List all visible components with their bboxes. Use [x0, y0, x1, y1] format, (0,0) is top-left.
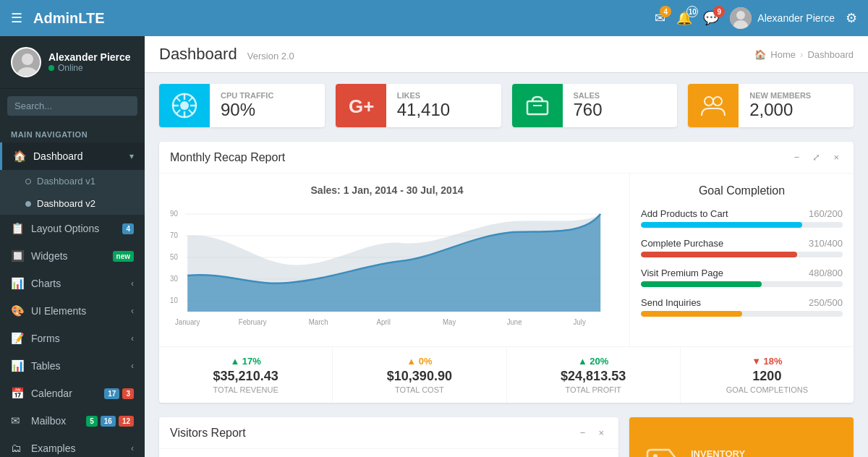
calendar-badges: 17 3 [104, 388, 134, 399]
cpu-content: CPU TRAFFIC 90% [210, 84, 325, 127]
members-value: 2,000 [749, 100, 843, 120]
cpu-icon [159, 84, 210, 127]
page-title-wrap: Dashboard Version 2.0 [159, 45, 294, 64]
cal-badge-2: 3 [122, 388, 134, 399]
sidebar-item-label-widgets: Widgets [31, 250, 113, 262]
breadcrumb-current: Dashboard [807, 49, 854, 60]
brand: AdminLTE [33, 10, 105, 27]
sidebar-item-label-layout: Layout Options [31, 223, 122, 234]
sidebar-item-forms[interactable]: 📝 Forms ‹ [0, 325, 145, 352]
svg-text:G+: G+ [349, 95, 374, 117]
stat-label-0: TOTAL REVENUE [170, 385, 321, 394]
stat-val-3: 1200 [692, 369, 843, 384]
svg-text:90: 90 [170, 210, 178, 218]
svg-text:70: 70 [170, 231, 178, 239]
widgets-icon: 🔲 [11, 249, 25, 262]
sidebar-user: Alexander Pierce Online [0, 36, 145, 89]
dashboard-icon: 🏠 [13, 150, 27, 163]
monthly-report-title: Monthly Recap Report [170, 151, 285, 164]
likes-label: LIKES [397, 91, 490, 100]
goal-item-header-0: Add Products to Cart 160/200 [641, 208, 843, 219]
user-menu[interactable]: Alexander Pierce [730, 7, 835, 29]
content-body: CPU TRAFFIC 90% G+ LIKES 41,410 [145, 73, 868, 457]
sidebar-item-calendar[interactable]: 📅 Calendar 17 3 [0, 380, 145, 407]
stat-cell-2: ▲ 20% $24,813.53 TOTAL PROFIT [507, 347, 681, 403]
visitors-close[interactable]: × [595, 426, 608, 440]
sidebar-item-widgets[interactable]: 🔲 Widgets new [0, 242, 145, 270]
visitors-minimize[interactable]: − [576, 426, 590, 440]
svg-text:April: April [376, 318, 390, 326]
likes-icon: G+ [336, 84, 386, 127]
sidebar-item-label-tables: Tables [31, 360, 131, 372]
sidebar-item-charts[interactable]: 📊 Charts ‹ [0, 270, 145, 297]
navbar-username: Alexander Pierce [757, 12, 835, 24]
ui-icon: 🎨 [11, 304, 25, 317]
sidebar-item-dashboard-v2[interactable]: Dashboard v2 [0, 192, 145, 215]
sidebar-item-label-forms: Forms [31, 333, 131, 344]
sidebar-item-layout[interactable]: 📋 Layout Options 4 [0, 215, 145, 242]
minimize-btn[interactable]: − [791, 150, 804, 164]
stat-label-1: TOTAL COST [344, 385, 495, 394]
sidebar-item-mailbox[interactable]: ✉ Mailbox 5 16 12 [0, 407, 145, 435]
mailbox-badges: 5 16 12 [86, 416, 134, 427]
goal-label-3: Send Inquiries [641, 297, 701, 308]
search-wrap: 🔍 [7, 96, 137, 116]
brand-suffix: LTE [78, 10, 104, 26]
inventory-tag-icon [644, 446, 680, 458]
stat-change-1: ▲ 0% [344, 356, 495, 367]
goal-item-2: Visit Premium Page 480/800 [641, 268, 843, 287]
monthly-report-box: Monthly Recap Report − ⤢ × Sales: 1 Jan,… [159, 142, 854, 403]
breadcrumb-sep: › [800, 49, 803, 60]
charts-arrow: ‹ [131, 278, 134, 289]
goal-value-0: 160/200 [809, 208, 843, 219]
stat-cell-1: ▲ 0% $10,390.90 TOTAL COST [333, 347, 506, 403]
sub-dot-v1 [25, 179, 31, 184]
search-box: 🔍 [0, 89, 145, 123]
svg-text:January: January [175, 318, 200, 326]
stat-label-3: GOAL COMPLETIONS [692, 385, 843, 394]
widgets-badge: new [113, 251, 134, 262]
cpu-label: CPU TRAFFIC [221, 91, 314, 100]
svg-text:June: June [507, 318, 522, 326]
chat-icon[interactable]: 💬 9 [703, 10, 719, 26]
inventory-box: INVENTORY 5,200 50% Increase in 30 Days [629, 417, 854, 457]
close-btn[interactable]: × [830, 150, 843, 164]
menu-toggle[interactable]: ☰ [11, 10, 22, 26]
stat-val-0: $35,210.43 [170, 369, 321, 384]
sub-nav-dashboard: Dashboard v1 Dashboard v2 [0, 170, 145, 215]
members-icon [688, 84, 739, 127]
sidebar-item-dashboard-v1[interactable]: Dashboard v1 [0, 170, 145, 192]
sidebar: Alexander Pierce Online 🔍 MAIN NAVIGATIO… [0, 36, 145, 457]
sidebar-item-tables[interactable]: 📊 Tables ‹ [0, 352, 145, 380]
content-wrapper: Dashboard Version 2.0 🏠 Home › Dashboard [145, 36, 868, 457]
goal-value-1: 310/400 [809, 238, 843, 249]
svg-text:50: 50 [170, 253, 178, 261]
sidebar-item-label-ui: UI Elements [31, 305, 131, 317]
sidebar-item-dashboard[interactable]: 🏠 Dashboard ▾ [0, 142, 145, 170]
stat-box-sales: SALES 760 [512, 84, 678, 127]
monthly-report-body: Sales: 1 Jan, 2014 - 30 Jul, 2014 90 70 … [159, 174, 854, 346]
sidebar-item-ui[interactable]: 🎨 UI Elements ‹ [0, 297, 145, 325]
expand-btn[interactable]: ⤢ [809, 150, 824, 164]
search-input[interactable] [7, 96, 137, 116]
page-subtitle: Version 2.0 [247, 51, 294, 61]
stat-boxes: CPU TRAFFIC 90% G+ LIKES 41,410 [159, 84, 854, 127]
settings-icon[interactable]: ⚙ [846, 10, 857, 26]
sidebar-avatar [11, 47, 41, 77]
bell-icon[interactable]: 🔔 10 [676, 10, 692, 26]
visitors-body: Direct Referrals [159, 449, 618, 457]
cpu-value: 90% [221, 100, 314, 120]
mail-icon[interactable]: ✉ 4 [655, 10, 665, 26]
breadcrumb-home-label[interactable]: Home [770, 49, 796, 60]
sidebar-item-label-calendar: Calendar [31, 388, 104, 399]
sidebar-user-info: Alexander Pierce Online [48, 51, 131, 73]
page-title: Dashboard Version 2.0 [159, 45, 294, 63]
monthly-chart-svg: 90 70 50 30 10 [170, 203, 604, 333]
stat-cell-3: ▼ 18% 1200 GOAL COMPLETIONS [681, 347, 854, 403]
mail-badge: 4 [660, 6, 671, 17]
svg-text:30: 30 [170, 275, 178, 283]
sidebar-item-examples[interactable]: 🗂 Examples ‹ [0, 435, 145, 457]
sales-content: SALES 760 [563, 84, 678, 127]
goal-label-2: Visit Premium Page [641, 268, 723, 278]
online-dot [48, 65, 54, 71]
